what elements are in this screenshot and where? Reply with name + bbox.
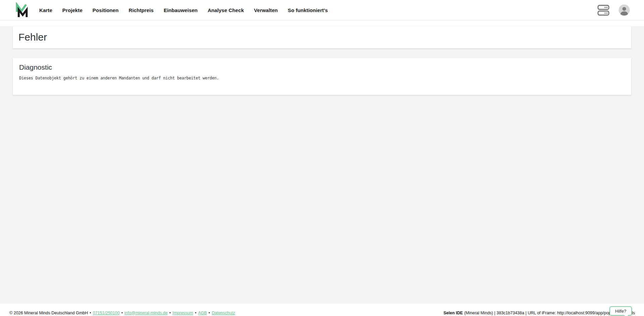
separator-dot: • <box>121 311 123 315</box>
nav-item[interactable]: Projekte <box>62 7 83 13</box>
server-icon <box>597 5 609 16</box>
error-title-card: Fehler <box>13 26 631 48</box>
main-nav: Karte Projekte Positionen Richtpreis Ein… <box>39 7 328 13</box>
email-link[interactable]: info@mineral-minds.de <box>124 311 168 315</box>
nav-item[interactable]: Einbauweisen <box>164 7 198 13</box>
phone-link[interactable]: 07151/250100 <box>93 311 120 315</box>
diagnostic-title: Diagnostic <box>19 63 625 71</box>
footer-left: © 2026 Mineral Minds Deutschland GmbH • … <box>9 311 235 315</box>
nav-item[interactable]: So funktioniert's <box>288 7 328 13</box>
server-button[interactable] <box>597 5 609 16</box>
footer-bar: © 2026 Mineral Minds Deutschland GmbH • … <box>0 304 644 316</box>
nav-item[interactable]: Richtpreis <box>129 7 154 13</box>
nav-item[interactable]: Verwalten <box>254 7 278 13</box>
separator-dot: • <box>90 311 91 315</box>
content-area: Fehler Diagnostic Dieses Datenobjekt geh… <box>0 26 644 304</box>
nav-item[interactable]: Positionen <box>93 7 119 13</box>
mineral-minds-logo-icon <box>15 2 28 18</box>
page-title: Fehler <box>18 31 47 43</box>
impressum-link[interactable]: Impressum <box>172 311 193 315</box>
footer-right: Selen IDE (Mineral Minds) | 383c1b73438a… <box>443 311 635 315</box>
datenschutz-link[interactable]: Datenschutz <box>212 311 235 315</box>
separator-dot: • <box>195 311 196 315</box>
header-actions <box>597 4 630 16</box>
user-avatar-button[interactable] <box>619 4 630 16</box>
separator-dot: • <box>209 311 210 315</box>
user-avatar-icon <box>619 4 630 16</box>
nav-item[interactable]: Analyse Check <box>208 7 244 13</box>
app-name: Selen IDE <box>443 311 463 315</box>
copyright-text: © 2026 Mineral Minds Deutschland GmbH <box>9 311 88 315</box>
agb-link[interactable]: AGB <box>198 311 207 315</box>
separator-dot: • <box>169 311 171 315</box>
diagnostic-card: Diagnostic Dieses Datenobjekt gehört zu … <box>13 58 631 95</box>
app-logo[interactable] <box>15 2 28 18</box>
help-button-label: Hilfe? <box>615 309 626 314</box>
diagnostic-message: Dieses Datenobjekt gehört zu einem ander… <box>19 76 625 80</box>
nav-item[interactable]: Karte <box>39 7 52 13</box>
top-nav-bar: Karte Projekte Positionen Richtpreis Ein… <box>0 0 644 20</box>
help-button[interactable]: Hilfe? <box>609 306 632 316</box>
